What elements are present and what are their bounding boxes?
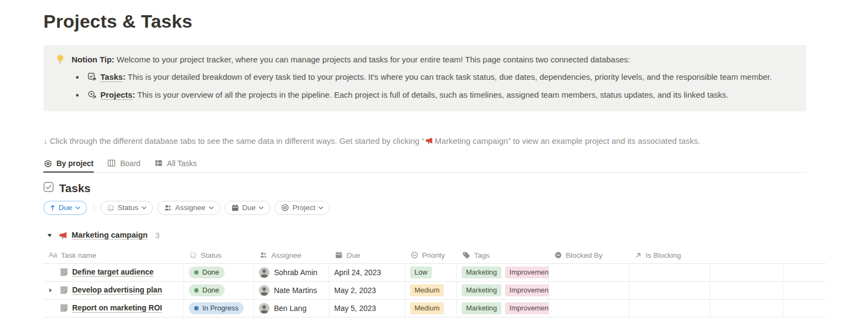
assignee-cell[interactable]: Sohrab Amin	[254, 264, 329, 281]
people-icon	[259, 251, 267, 259]
filter-pill-label: Status	[118, 204, 138, 212]
expand-row-icon[interactable]	[48, 288, 53, 293]
calendar-icon	[335, 251, 343, 259]
due-cell[interactable]: May 5, 2023	[329, 300, 405, 317]
is-blocking-cell[interactable]	[629, 282, 710, 299]
calendar-icon	[231, 204, 239, 212]
tag-pill-improvement: Improvement	[505, 266, 549, 278]
chevron-down-icon	[259, 206, 264, 209]
column-header-due[interactable]: Due	[329, 247, 405, 263]
column-header-status[interactable]: Status	[184, 247, 254, 263]
callout-body: Notion Tip: Welcome to your project trac…	[72, 53, 772, 102]
task-name[interactable]: Develop advertising plan	[72, 285, 162, 295]
status-pill: In Progress	[189, 302, 244, 314]
task-name-cell[interactable]: Develop advertising plan	[43, 282, 184, 299]
blocked-by-cell[interactable]	[549, 282, 629, 299]
column-header-blocked-by[interactable]: Blocked By	[549, 247, 629, 263]
chevron-down-icon	[75, 206, 80, 209]
tip-bullet-link[interactable]: Tasks	[100, 72, 123, 82]
tip-bullet-text: This is your overview of all the project…	[135, 90, 729, 99]
priority-cell[interactable]: Low	[405, 264, 457, 281]
tags-cell[interactable]: MarketingImprovement	[457, 300, 549, 317]
task-name[interactable]: Report on marketing ROI	[72, 303, 162, 313]
tab-board[interactable]: Board	[107, 157, 141, 172]
status-cell[interactable]: Done	[184, 282, 254, 299]
add-column-zone[interactable]	[783, 264, 826, 281]
assignee-cell[interactable]: Ben Lang	[254, 300, 329, 317]
add-column-zone[interactable]	[783, 282, 826, 299]
status-dot	[194, 288, 199, 293]
tag-pill-marketing: Marketing	[462, 302, 501, 314]
assignee-cell[interactable]: Nate Martins	[254, 282, 329, 299]
tag-pill-marketing: Marketing	[462, 284, 501, 296]
assignee-name: Ben Lang	[274, 304, 307, 313]
filter-pill-assignee[interactable]: Assignee	[157, 201, 220, 215]
tasks-section-header: Tasks	[43, 182, 868, 195]
tab-all-tasks[interactable]: All Tasks	[154, 157, 197, 172]
group-name[interactable]: Marketing campaign	[72, 231, 148, 240]
add-column-zone[interactable]	[783, 300, 826, 317]
task-name-cell[interactable]: Define target audience	[43, 264, 184, 281]
column-header-task-name[interactable]: AaTask name	[43, 247, 184, 263]
column-header-label: Due	[347, 251, 360, 259]
filter-pills: StatusAssigneeDueProject	[100, 201, 335, 215]
notion-tip-callout: Notion Tip: Welcome to your project trac…	[43, 45, 806, 111]
blocked-by-cell[interactable]	[549, 300, 629, 317]
tag-icon	[462, 251, 470, 259]
task-name-cell[interactable]: Report on marketing ROI	[43, 300, 184, 317]
assignee-avatar	[259, 303, 270, 314]
due-cell[interactable]: April 24, 2023	[329, 264, 405, 281]
status-dot	[194, 270, 199, 275]
filter-pill-status[interactable]: Status	[100, 201, 153, 215]
view-tabs: By projectBoardAll Tasks	[43, 157, 806, 173]
column-header-priority[interactable]: Priority	[405, 247, 457, 263]
callout-lead-bold: Notion Tip:	[72, 55, 114, 64]
tag-pill-improvement: Improvement	[505, 284, 549, 296]
tip-bullet-link[interactable]: Projects	[100, 90, 132, 100]
spinner-icon	[189, 251, 197, 259]
tab-label: Board	[120, 159, 140, 168]
is-blocking-cell[interactable]	[629, 300, 710, 317]
priority-cell[interactable]: Medium	[405, 300, 457, 317]
tab-by-project[interactable]: By project	[43, 157, 94, 173]
sort-pill-due[interactable]: Due	[43, 201, 87, 215]
filter-pill-project[interactable]: Project	[275, 201, 330, 215]
tag-pill-marketing: Marketing	[462, 266, 501, 278]
people-icon	[164, 204, 172, 212]
filter-bar: Due StatusAssigneeDueProject	[43, 201, 868, 215]
task-name[interactable]: Define target audience	[72, 268, 154, 277]
filter-pill-due[interactable]: Due	[225, 201, 271, 215]
due-date: May 5, 2023	[334, 304, 376, 313]
column-header-tags[interactable]: Tags	[457, 247, 549, 263]
blocked-icon	[554, 251, 562, 259]
column-header-label: Status	[201, 251, 221, 259]
status-cell[interactable]: Done	[184, 264, 254, 281]
column-header-assignee[interactable]: Assignee	[254, 247, 329, 263]
page-title: Projects & Tasks	[43, 11, 868, 32]
empty-column-header	[710, 247, 783, 263]
spinner-icon	[107, 204, 114, 212]
due-date: April 24, 2023	[334, 268, 381, 277]
assignee-name: Sohrab Amin	[274, 268, 317, 277]
status-cell[interactable]: In Progress	[184, 300, 254, 317]
tag-pill-improvement: Improvement	[505, 302, 549, 314]
is-blocking-cell[interactable]	[629, 264, 710, 281]
blocked-by-cell[interactable]	[549, 264, 629, 281]
due-cell[interactable]: May 2, 2023	[329, 282, 405, 299]
empty-cell	[710, 264, 783, 281]
tablegrid-icon	[155, 159, 163, 167]
tab-label: All Tasks	[167, 159, 197, 168]
due-date: May 2, 2023	[334, 286, 376, 295]
tab-label: By project	[56, 159, 93, 168]
column-header-label: Priority	[422, 251, 445, 259]
assignee-name: Nate Martins	[274, 286, 317, 295]
group-toggle-icon[interactable]	[43, 230, 55, 242]
chevron-down-icon	[318, 206, 323, 209]
page: Projects & Tasks Notion Tip: Welcome to …	[0, 0, 868, 324]
tags-cell[interactable]: MarketingImprovement	[457, 264, 549, 281]
column-header-is-blocking[interactable]: Is Blocking	[629, 247, 710, 263]
tip-bullet-projects: Projects: This is your overview of all t…	[85, 88, 772, 102]
priority-cell[interactable]: Medium	[405, 282, 457, 299]
section-title[interactable]: Tasks	[59, 182, 91, 195]
tags-cell[interactable]: MarketingImprovement	[457, 282, 549, 299]
